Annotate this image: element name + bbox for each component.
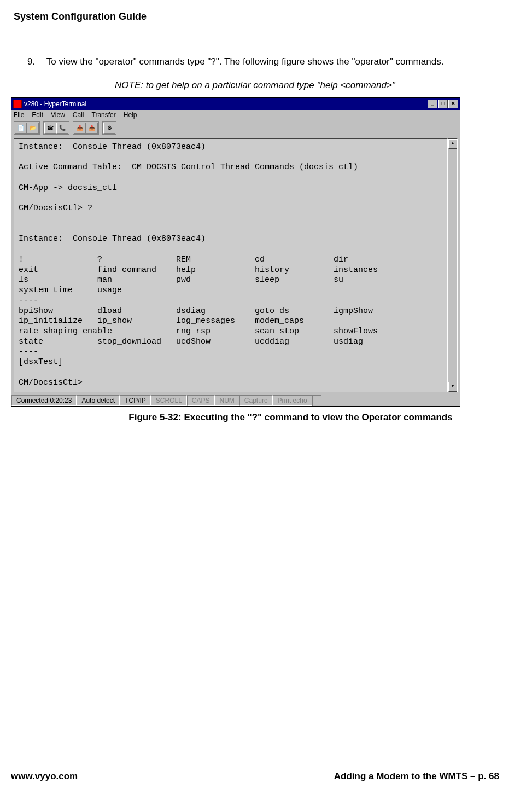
menu-call[interactable]: Call [73, 111, 84, 119]
scroll-down-icon[interactable]: ▼ [448, 382, 457, 392]
step-number: 9. [27, 55, 44, 68]
status-capture: Capture [239, 395, 273, 406]
menu-edit[interactable]: Edit [32, 111, 43, 119]
vertical-scrollbar[interactable]: ▲ ▼ [448, 138, 458, 392]
toolbar: 📄 📂 ☎ 📞 📤 📥 ⚙ [11, 120, 460, 136]
menu-help[interactable]: Help [124, 111, 137, 119]
step-text: To view the "operator" commands type "?"… [46, 55, 469, 68]
step-note: NOTE: to get help on a particular comman… [115, 79, 417, 92]
window-controls: _ □ ✕ [428, 100, 458, 108]
footer-right: Adding a Modem to the WMTS – p. 68 [334, 771, 499, 782]
close-button[interactable]: ✕ [448, 100, 458, 108]
resize-grip-icon[interactable] [312, 395, 321, 406]
toolbar-new-icon[interactable]: 📄 [15, 123, 27, 134]
menu-view[interactable]: View [51, 111, 65, 119]
step-9: 9. To view the "operator" commands type … [27, 55, 472, 68]
status-echo: Print echo [273, 395, 312, 406]
status-connected: Connected 0:20:23 [11, 395, 77, 406]
window-title: v280 - HyperTerminal [24, 100, 86, 108]
menu-file[interactable]: File [14, 111, 24, 119]
menu-transfer[interactable]: Transfer [92, 111, 116, 119]
toolbar-receive-icon[interactable]: 📥 [86, 123, 98, 134]
figure-caption: Figure 5-32: Executing the "?" command t… [82, 412, 499, 423]
status-num: NUM [215, 395, 239, 406]
page-header: System Configuration Guide [14, 11, 499, 22]
status-scroll: SCROLL [151, 395, 187, 406]
menubar: File Edit View Call Transfer Help [11, 110, 460, 120]
status-detect: Auto detect [77, 395, 120, 406]
terminal-output[interactable]: Instance: Console Thread (0x8073eac4) Ac… [14, 138, 448, 392]
app-icon [13, 100, 22, 108]
toolbar-hangup-icon[interactable]: 📞 [56, 123, 68, 134]
status-caps: CAPS [187, 395, 215, 406]
status-protocol: TCP/IP [120, 395, 151, 406]
toolbar-open-icon[interactable]: 📂 [27, 123, 39, 134]
statusbar: Connected 0:20:23 Auto detect TCP/IP SCR… [11, 395, 460, 406]
footer-left: www.vyyo.com [11, 771, 78, 782]
toolbar-send-icon[interactable]: 📤 [74, 123, 86, 134]
hyperterminal-window: v280 - HyperTerminal _ □ ✕ File Edit Vie… [11, 97, 460, 407]
page-footer: www.vyyo.com Adding a Modem to the WMTS … [11, 771, 499, 782]
toolbar-call-icon[interactable]: ☎ [44, 123, 56, 134]
minimize-button[interactable]: _ [428, 100, 437, 108]
maximize-button[interactable]: □ [438, 100, 448, 108]
window-titlebar: v280 - HyperTerminal _ □ ✕ [11, 98, 460, 110]
toolbar-properties-icon[interactable]: ⚙ [103, 123, 115, 134]
scroll-up-icon[interactable]: ▲ [448, 139, 457, 149]
